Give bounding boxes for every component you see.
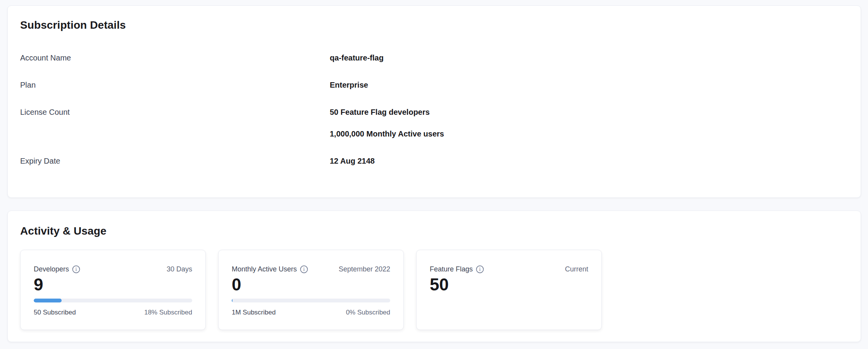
detail-row-plan: Plan Enterprise bbox=[20, 79, 848, 90]
feature-flags-header: Feature Flags i Current bbox=[430, 264, 588, 274]
license-count-value: 50 Feature Flag developers 1,000,000 Mon… bbox=[330, 107, 444, 139]
mau-footer: 1M Subscribed 0% Subscribed bbox=[232, 308, 390, 317]
plan-label: Plan bbox=[20, 79, 330, 90]
feature-flags-count: 50 bbox=[430, 276, 588, 294]
mau-period: September 2022 bbox=[339, 264, 390, 274]
developers-footer: 50 Subscribed 18% Subscribed bbox=[34, 308, 192, 317]
activity-usage-card: Activity & Usage Developers i 30 Days bbox=[7, 211, 861, 342]
mau-progress-track bbox=[232, 299, 390, 302]
detail-row-expiry-date: Expiry Date 12 Aug 2148 bbox=[20, 155, 848, 166]
usage-card-row: Developers i 30 Days 9 50 bbox=[20, 250, 848, 330]
subscription-details-title: Subscription Details bbox=[20, 18, 848, 32]
detail-row-license-count: License Count 50 Feature Flag developers… bbox=[20, 107, 848, 139]
developers-subscribed-count: 50 Subscribed bbox=[34, 308, 76, 317]
account-name-label: Account Name bbox=[20, 52, 330, 63]
developers-usage-card: Developers i 30 Days 9 50 bbox=[20, 250, 206, 330]
developers-period: 30 Days bbox=[167, 264, 192, 274]
mau-progress-fill bbox=[232, 299, 232, 302]
subscription-details-list: Account Name qa-feature-flag Plan Enterp… bbox=[20, 52, 848, 166]
feature-flags-usage-card: Feature Flags i Current 50 bbox=[416, 250, 602, 330]
feature-flags-label-wrap: Feature Flags i bbox=[430, 264, 484, 274]
svg-text:i: i bbox=[479, 266, 481, 272]
developers-subscribed-percent: 18% Subscribed bbox=[144, 308, 192, 317]
subscription-details-card: Subscription Details Account Name qa-fea… bbox=[7, 5, 861, 198]
info-icon[interactable]: i bbox=[476, 265, 484, 273]
account-name-value: qa-feature-flag bbox=[330, 52, 384, 63]
license-count-label: License Count bbox=[20, 107, 330, 117]
feature-flags-label: Feature Flags bbox=[430, 264, 473, 274]
activity-usage-title: Activity & Usage bbox=[20, 224, 848, 238]
detail-row-account-name: Account Name qa-feature-flag bbox=[20, 52, 848, 63]
plan-value: Enterprise bbox=[330, 79, 368, 90]
developers-header: Developers i 30 Days bbox=[34, 264, 192, 274]
developers-label-wrap: Developers i bbox=[34, 264, 80, 274]
mau-subscribed-count: 1M Subscribed bbox=[232, 308, 276, 317]
mau-label-wrap: Monthly Active Users i bbox=[232, 264, 308, 274]
mau-subscribed-percent: 0% Subscribed bbox=[346, 308, 390, 317]
developers-progress-fill bbox=[34, 299, 62, 302]
feature-flags-period: Current bbox=[565, 264, 588, 274]
expiry-date-label: Expiry Date bbox=[20, 155, 330, 166]
license-count-developers: 50 Feature Flag developers bbox=[330, 107, 444, 117]
subscription-page: Subscription Details Account Name qa-fea… bbox=[0, 0, 868, 349]
info-icon[interactable]: i bbox=[72, 265, 80, 273]
license-count-mau: 1,000,000 Monthly Active users bbox=[330, 128, 444, 139]
mau-header: Monthly Active Users i September 2022 bbox=[232, 264, 390, 274]
svg-text:i: i bbox=[303, 266, 305, 272]
developers-progress-track bbox=[34, 299, 192, 302]
expiry-date-value: 12 Aug 2148 bbox=[330, 155, 375, 166]
developers-label: Developers bbox=[34, 264, 69, 274]
svg-text:i: i bbox=[76, 266, 77, 272]
mau-label: Monthly Active Users bbox=[232, 264, 297, 274]
info-icon[interactable]: i bbox=[300, 265, 308, 273]
developers-count: 9 bbox=[34, 276, 192, 294]
mau-count: 0 bbox=[232, 276, 390, 294]
mau-usage-card: Monthly Active Users i September 2022 0 bbox=[218, 250, 404, 330]
